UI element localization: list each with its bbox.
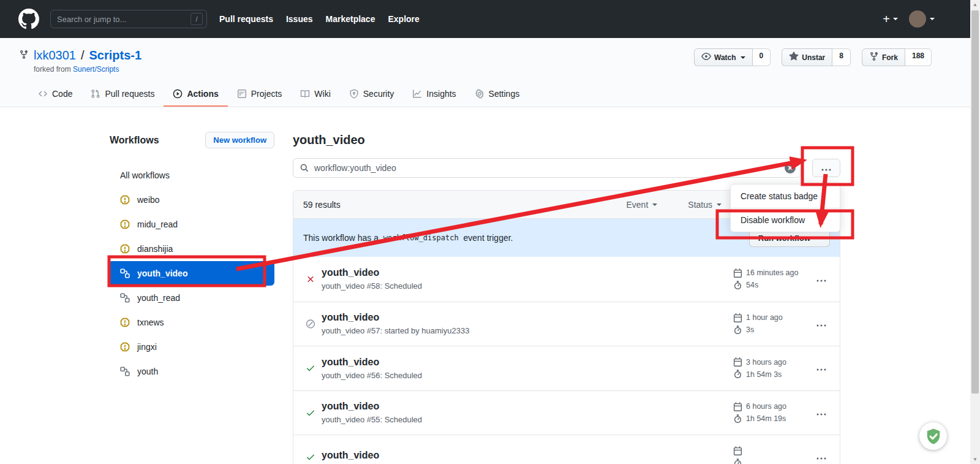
scrollbar-thumb[interactable]	[971, 10, 979, 394]
run-options-button[interactable]	[816, 275, 826, 284]
scroll-down-arrow-icon[interactable]: ▼	[970, 457, 980, 462]
sidebar-workflow-midu_read[interactable]: midu_read	[108, 212, 274, 237]
tab-insights[interactable]: Insights	[403, 83, 465, 107]
tab-wiki[interactable]: Wiki	[291, 83, 339, 107]
new-workflow-button[interactable]: New workflow	[205, 132, 274, 148]
sidebar-workflow-txnews[interactable]: txnews	[108, 310, 274, 335]
repo-name-link[interactable]: Scripts-1	[89, 48, 142, 63]
repo-owner-link[interactable]: lxk0301	[34, 48, 76, 63]
header-nav: Pull requestsIssuesMarketplaceExplore	[219, 14, 420, 24]
workflow-dispatch-code: workflow_dispatch	[381, 234, 461, 242]
runs-search-input[interactable]: workflow:youth_video ✕	[293, 158, 801, 178]
adguard-shield-badge[interactable]	[919, 422, 947, 450]
run-title[interactable]: youth_video	[322, 267, 733, 278]
unstar-button[interactable]: Unstar	[782, 48, 832, 66]
run-title[interactable]: youth_video	[322, 450, 733, 461]
workflow-run-row[interactable]: youth_video youth_video #55: Scheduled 6…	[293, 390, 840, 435]
stopwatch-icon	[733, 325, 742, 335]
stopwatch-icon	[733, 414, 742, 424]
kebab-icon	[821, 164, 831, 173]
run-subtitle: youth_video #58: Scheduled	[322, 281, 733, 291]
sidebar-item-all-workflows[interactable]: All workflows	[108, 163, 274, 188]
sidebar-workflow-dianshijia[interactable]: dianshijia	[108, 237, 274, 261]
close-icon: ✕	[787, 164, 793, 172]
eye-icon	[701, 51, 711, 63]
run-date: 6 hours ago	[746, 402, 786, 411]
user-menu-button[interactable]	[909, 10, 935, 28]
workflow-options-menu: Create status badgeDisable workflow	[730, 184, 840, 232]
tab-actions[interactable]: Actions	[164, 83, 227, 107]
fork-count[interactable]: 188	[905, 48, 932, 66]
search-icon	[300, 163, 309, 173]
sidebar-workflow-youth_video[interactable]: youth_video	[108, 261, 274, 286]
tab-pull-requests[interactable]: Pull requests	[81, 83, 164, 107]
status-filter-dropdown[interactable]: Status	[688, 200, 722, 210]
sidebar-workflow-youth_read[interactable]: youth_read	[108, 286, 274, 310]
create-new-button[interactable]: +	[883, 12, 898, 26]
workflow-icon	[120, 268, 130, 278]
sidebar-workflow-weibo[interactable]: weibo	[108, 188, 274, 212]
calendar-icon	[733, 357, 742, 367]
shield-icon	[349, 89, 359, 99]
header-nav-issues[interactable]: Issues	[286, 14, 313, 24]
gear-icon	[475, 89, 484, 99]
run-title[interactable]: youth_video	[322, 312, 733, 323]
page-scrollbar[interactable]: ▲ ▼	[970, 0, 980, 464]
watch-count[interactable]: 0	[753, 48, 771, 66]
github-logo-icon[interactable]	[18, 9, 39, 29]
header-nav-explore[interactable]: Explore	[388, 14, 419, 24]
repo-separator: /	[81, 48, 85, 63]
check-icon	[306, 408, 315, 418]
x-icon	[306, 274, 315, 284]
run-duration: 1h 54m 19s	[746, 414, 786, 423]
event-filter-dropdown[interactable]: Event	[626, 200, 657, 210]
header-nav-pull-requests[interactable]: Pull requests	[219, 14, 273, 24]
check-icon	[306, 452, 315, 462]
forked-from-link[interactable]: Sunert/Scripts	[73, 65, 119, 74]
workflow-run-row[interactable]: youth_video youth_video #56: Scheduled 3…	[293, 346, 840, 390]
book-icon	[300, 89, 310, 99]
page-title: youth_video	[293, 133, 840, 147]
tab-projects[interactable]: Projects	[228, 83, 292, 107]
repo-title: lxk0301 / Scripts-1	[19, 48, 694, 63]
workflow-options-button[interactable]	[812, 159, 840, 177]
run-options-button[interactable]	[816, 408, 826, 417]
run-options-button[interactable]	[816, 319, 826, 329]
run-duration: 3s	[746, 325, 754, 334]
watch-button[interactable]: Watch	[694, 48, 753, 66]
run-date: 3 hours ago	[746, 358, 786, 367]
check-icon	[306, 363, 315, 373]
kebab-icon	[816, 275, 826, 284]
sidebar-workflow-jingxi[interactable]: jingxi	[108, 335, 274, 359]
graph-icon	[412, 89, 422, 99]
skipped-icon	[306, 319, 315, 329]
tab-code[interactable]: Code	[29, 83, 81, 107]
clear-search-button[interactable]: ✕	[785, 162, 796, 173]
workflow-run-row[interactable]: youth_video	[293, 435, 840, 464]
workflow-run-row[interactable]: youth_video youth_video #58: Scheduled 1…	[293, 257, 840, 302]
menu-item-disable-workflow[interactable]: Disable workflow	[731, 208, 840, 232]
star-count[interactable]: 8	[832, 48, 851, 66]
global-search-input[interactable]: Search or jump to... /	[50, 10, 207, 28]
run-subtitle: youth_video #57: started by huamiyu2333	[322, 326, 733, 335]
kebab-icon	[816, 452, 826, 462]
tab-security[interactable]: Security	[340, 83, 404, 107]
tab-settings[interactable]: Settings	[466, 83, 529, 107]
header-nav-marketplace[interactable]: Marketplace	[326, 14, 375, 24]
chevron-down-icon	[930, 18, 935, 20]
chevron-down-icon	[717, 203, 722, 206]
workflow-icon	[120, 367, 130, 376]
run-title[interactable]: youth_video	[322, 401, 733, 412]
scroll-up-arrow-icon[interactable]: ▲	[970, 2, 980, 7]
chevron-down-icon	[816, 237, 821, 239]
fork-icon	[869, 51, 879, 63]
run-title[interactable]: youth_video	[322, 357, 733, 368]
shield-check-icon	[924, 427, 943, 446]
fork-button[interactable]: Fork	[862, 48, 905, 66]
run-options-button[interactable]	[816, 452, 826, 462]
pull-request-icon	[91, 89, 100, 99]
sidebar-workflow-youth[interactable]: youth	[108, 359, 274, 384]
menu-item-create-status-badge[interactable]: Create status badge	[731, 184, 840, 208]
run-options-button[interactable]	[816, 363, 826, 373]
workflow-run-row[interactable]: youth_video youth_video #57: started by …	[293, 302, 840, 346]
